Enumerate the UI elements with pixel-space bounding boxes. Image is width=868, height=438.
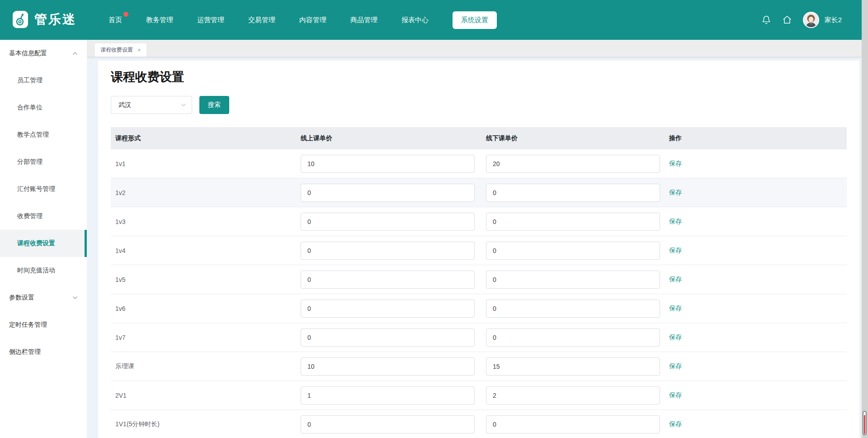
brand[interactable]: 管乐迷 <box>13 11 76 28</box>
sidebar-item-label: 汇付账号管理 <box>17 185 55 193</box>
online-price-input[interactable] <box>301 242 475 260</box>
tab-course-fee-settings[interactable]: 课程收费设置 × <box>95 43 146 57</box>
sidebar-item-label: 员工管理 <box>17 76 42 85</box>
offline-price-input[interactable] <box>486 184 660 202</box>
course-form-label: 1v4 <box>111 247 297 254</box>
sidebar-item-8[interactable]: 时间充值活动 <box>0 257 87 284</box>
sidebar-item-10[interactable]: 定时任务管理 <box>0 311 87 338</box>
logo-icon <box>13 11 28 28</box>
nav-item-0[interactable]: 首页 <box>108 16 122 24</box>
table-row-2V1: 2V1保存 <box>111 381 847 410</box>
sidebar-item-label: 侧边栏管理 <box>9 348 41 356</box>
sidebar-item-9[interactable]: 参数设置 <box>0 284 87 311</box>
tab-label: 课程收费设置 <box>100 46 133 54</box>
save-button[interactable]: 保存 <box>665 218 682 225</box>
save-button[interactable]: 保存 <box>665 362 682 370</box>
sidebar-item-label: 参数设置 <box>9 294 34 302</box>
table-row-1v1: 1v1保存 <box>111 149 847 178</box>
sidebar-item-2[interactable]: 合作单位 <box>0 94 87 121</box>
home-icon[interactable] <box>782 15 792 25</box>
nav-item-6[interactable]: 报表中心 <box>401 16 429 24</box>
nav-item-2[interactable]: 运营管理 <box>197 16 224 24</box>
offline-price-input[interactable] <box>486 271 660 289</box>
nav-item-7-active[interactable]: 系统设置 <box>453 11 497 29</box>
sidebar-item-7-active[interactable]: 课程收费设置 <box>0 230 87 257</box>
online-price-input[interactable] <box>301 328 475 347</box>
nav-item-5[interactable]: 商品管理 <box>350 16 377 24</box>
sidebar-item-label: 合作单位 <box>17 104 42 112</box>
course-form-label: 1v3 <box>111 218 297 225</box>
sidebar-item-label: 时间充值活动 <box>17 267 55 275</box>
save-button[interactable]: 保存 <box>665 333 682 341</box>
course-form-label: 1v7 <box>111 334 297 341</box>
offline-price-input[interactable] <box>486 300 660 318</box>
sidebar-item-label: 定时任务管理 <box>9 321 47 329</box>
search-button[interactable]: 搜索 <box>199 96 229 114</box>
save-button[interactable]: 保存 <box>665 276 682 283</box>
offline-price-input[interactable] <box>486 213 660 231</box>
sidebar-item-11[interactable]: 侧边栏管理 <box>0 338 87 366</box>
sidebar-item-3[interactable]: 教学点管理 <box>0 121 87 148</box>
brand-name: 管乐迷 <box>34 11 76 28</box>
online-price-input[interactable] <box>301 386 475 405</box>
save-button[interactable]: 保存 <box>665 247 682 254</box>
nav-item-3[interactable]: 交易管理 <box>248 16 275 24</box>
online-price-input[interactable] <box>301 184 475 202</box>
page-title: 课程收费设置 <box>111 69 847 85</box>
table-body: 1v1保存1v2保存1v3保存1v4保存1v5保存1v6保存1v7保存乐理课保存… <box>111 149 847 438</box>
sidebar-item-1[interactable]: 员工管理 <box>0 67 87 94</box>
avatar <box>803 12 819 28</box>
tab-close-icon[interactable]: × <box>137 47 141 53</box>
table-header-row: 课程形式 线上课单价 线下课单价 操作 <box>111 127 847 149</box>
online-price-input[interactable] <box>301 357 475 376</box>
user-menu[interactable]: 家长2 <box>803 12 842 28</box>
topbar-right-cluster: 家长2 <box>761 0 842 40</box>
save-button[interactable]: 保存 <box>665 305 682 312</box>
username-label: 家长2 <box>825 16 842 24</box>
offline-price-input[interactable] <box>486 155 660 173</box>
sidebar-item-label: 教学点管理 <box>17 131 49 139</box>
main-nav: 首页教务管理运营管理交易管理内容管理商品管理报表中心系统设置 <box>108 0 497 40</box>
offline-price-input[interactable] <box>486 415 660 433</box>
course-form-label: 1V1(5分钟时长) <box>111 420 297 428</box>
top-navigation-bar: 管乐迷 首页教务管理运营管理交易管理内容管理商品管理报表中心系统设置 <box>0 0 862 40</box>
online-price-input[interactable] <box>301 300 475 318</box>
nav-item-1[interactable]: 教务管理 <box>146 16 173 24</box>
open-tabs-bar: 课程收费设置 × <box>87 40 862 57</box>
save-button[interactable]: 保存 <box>665 420 682 428</box>
table-row-1v5: 1v5保存 <box>111 265 847 294</box>
sidebar-item-4[interactable]: 分部管理 <box>0 148 87 176</box>
sidebar-item-5[interactable]: 汇付账号管理 <box>0 176 87 203</box>
online-price-input[interactable] <box>301 415 475 433</box>
content-area: 课程收费设置 武汉 搜索 课程形式 线上课单价 线下课单价 <box>87 57 862 438</box>
table-row-1V1(5分钟时长): 1V1(5分钟时长)保存 <box>111 410 847 438</box>
region-select[interactable]: 武汉 <box>111 96 192 114</box>
region-select-value: 武汉 <box>118 101 131 109</box>
col-header-course-form: 课程形式 <box>111 134 297 143</box>
nav-item-4[interactable]: 内容管理 <box>299 16 326 24</box>
offline-price-input[interactable] <box>486 357 660 376</box>
course-form-label: 1v1 <box>111 160 297 167</box>
offline-price-input[interactable] <box>486 242 660 260</box>
online-price-input[interactable] <box>301 155 475 173</box>
sidebar-item-6[interactable]: 收费管理 <box>0 203 87 230</box>
save-button[interactable]: 保存 <box>665 189 682 196</box>
chevron-down-icon <box>72 295 78 300</box>
col-header-actions: 操作 <box>665 134 847 143</box>
sidebar-item-label: 分部管理 <box>17 158 42 166</box>
offline-price-input[interactable] <box>486 328 660 347</box>
table-row-1v7: 1v7保存 <box>111 323 847 352</box>
online-price-input[interactable] <box>301 271 475 289</box>
save-button[interactable]: 保存 <box>665 391 682 399</box>
online-price-input[interactable] <box>301 213 475 231</box>
table-row-1v6: 1v6保存 <box>111 294 847 323</box>
sidebar-item-0[interactable]: 基本信息配置 <box>0 40 87 67</box>
save-button[interactable]: 保存 <box>665 160 682 167</box>
notification-bell-icon[interactable] <box>761 15 771 25</box>
content-card: 课程收费设置 武汉 搜索 课程形式 线上课单价 线下课单价 <box>98 61 859 438</box>
page-scrollbar-track[interactable] <box>862 0 868 438</box>
page-scrollbar-thumb[interactable] <box>863 411 867 435</box>
course-form-label: 乐理课 <box>111 362 297 371</box>
sidebar: 基本信息配置员工管理合作单位教学点管理分部管理汇付账号管理收费管理课程收费设置时… <box>0 40 87 438</box>
offline-price-input[interactable] <box>486 386 660 405</box>
